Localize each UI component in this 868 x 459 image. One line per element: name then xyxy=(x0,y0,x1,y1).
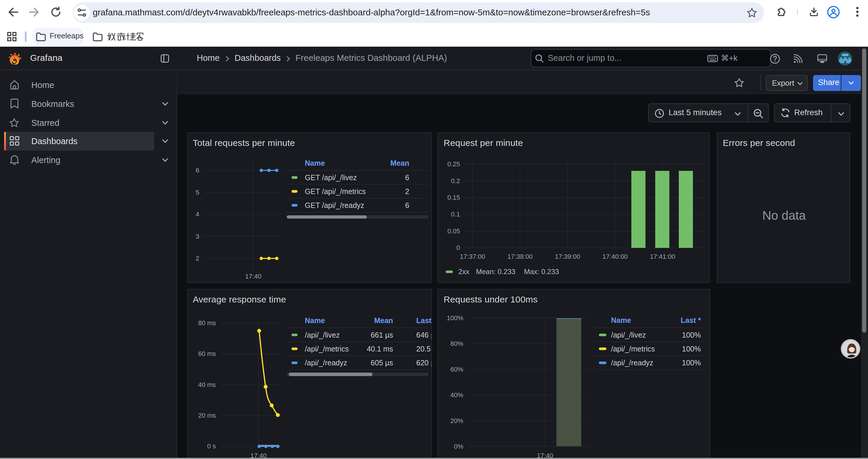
svg-text:0.25: 0.25 xyxy=(447,160,460,167)
svg-text:GET /api/_/readyz: GET /api/_/readyz xyxy=(305,201,364,209)
svg-text:Last *: Last * xyxy=(416,316,432,324)
svg-text:4: 4 xyxy=(195,210,199,218)
svg-text:Name: Name xyxy=(305,316,325,324)
svg-text:0.05: 0.05 xyxy=(447,227,460,234)
svg-text:2: 2 xyxy=(405,187,409,195)
svg-text:2: 2 xyxy=(195,254,199,262)
svg-text:605 µs: 605 µs xyxy=(370,358,393,366)
svg-text:GET /api/_/metrics: GET /api/_/metrics xyxy=(305,187,366,195)
svg-text:/api/_/readyz: /api/_/readyz xyxy=(611,358,653,366)
svg-text:80%: 80% xyxy=(451,340,464,347)
svg-text:Mean: Mean xyxy=(374,316,393,324)
svg-text:20%: 20% xyxy=(451,417,464,424)
svg-text:GET /api/_/livez: GET /api/_/livez xyxy=(305,173,356,182)
svg-text:60 ms: 60 ms xyxy=(198,350,216,357)
svg-text:17:39:00: 17:39:00 xyxy=(555,253,581,260)
svg-text:/api/_/readyz: /api/_/readyz xyxy=(305,358,347,366)
svg-text:100%: 100% xyxy=(682,358,701,366)
svg-text:3: 3 xyxy=(195,232,199,240)
svg-text:/api/_/metrics: /api/_/metrics xyxy=(305,345,349,353)
svg-text:6: 6 xyxy=(405,201,409,209)
svg-text:40.1 ms: 40.1 ms xyxy=(367,345,393,353)
svg-text:40%: 40% xyxy=(451,391,464,398)
svg-text:/api/_/livez: /api/_/livez xyxy=(305,330,339,339)
svg-text:/api/_/metrics: /api/_/metrics xyxy=(611,345,655,353)
svg-text:17:37:00: 17:37:00 xyxy=(460,253,486,260)
svg-text:0: 0 xyxy=(457,244,460,251)
svg-text:Mean: Mean xyxy=(390,159,409,167)
svg-text:17:40:00: 17:40:00 xyxy=(603,253,628,260)
svg-text:Name: Name xyxy=(611,316,631,324)
svg-text:620 µ: 620 µ xyxy=(416,358,432,366)
svg-text:80 ms: 80 ms xyxy=(198,319,216,326)
svg-text:Last *: Last * xyxy=(681,316,701,324)
svg-text:20.5 m: 20.5 m xyxy=(416,345,432,353)
svg-text:661 µs: 661 µs xyxy=(370,330,393,339)
svg-text:2xx: 2xx xyxy=(459,267,469,275)
svg-text:100%: 100% xyxy=(682,330,701,339)
svg-text:17:40: 17:40 xyxy=(537,452,553,458)
svg-text:Name: Name xyxy=(305,159,325,167)
svg-text:100%: 100% xyxy=(682,345,701,353)
svg-text:0 s: 0 s xyxy=(207,442,216,450)
svg-text:17:41:00: 17:41:00 xyxy=(650,253,675,260)
svg-text:40 ms: 40 ms xyxy=(198,381,216,388)
svg-text:0.2: 0.2 xyxy=(451,177,460,184)
svg-text:/api/_/livez: /api/_/livez xyxy=(611,330,646,339)
svg-text:17:40: 17:40 xyxy=(250,452,267,458)
svg-text:0%: 0% xyxy=(454,442,464,450)
svg-text:60%: 60% xyxy=(451,365,464,373)
svg-text:Mean: 0.233: Mean: 0.233 xyxy=(476,267,516,275)
svg-text:17:38:00: 17:38:00 xyxy=(507,253,533,260)
svg-text:646 µ: 646 µ xyxy=(416,330,432,339)
svg-text:17:40: 17:40 xyxy=(245,272,261,280)
svg-text:6: 6 xyxy=(405,173,409,182)
svg-text:Max: 0.233: Max: 0.233 xyxy=(524,267,559,275)
svg-text:0.1: 0.1 xyxy=(451,210,460,218)
svg-text:5: 5 xyxy=(195,189,199,196)
svg-text:6: 6 xyxy=(195,166,199,174)
svg-text:20 ms: 20 ms xyxy=(198,412,216,419)
svg-text:100%: 100% xyxy=(447,314,464,321)
svg-text:0.15: 0.15 xyxy=(447,193,460,201)
